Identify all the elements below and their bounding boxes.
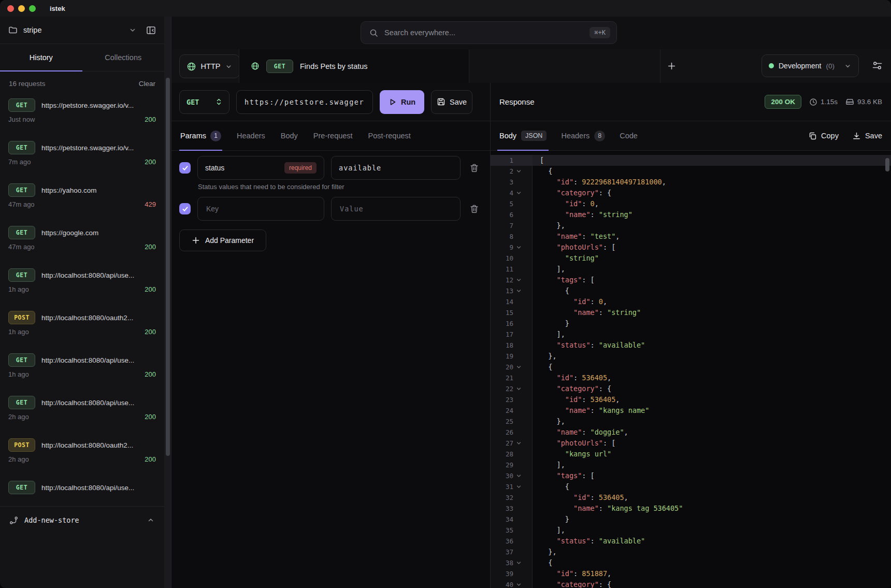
history-item[interactable]: GET https://yahoo.com 47m ago 429 — [0, 183, 164, 226]
gutter: 9 — [491, 242, 533, 253]
tab-post-request[interactable]: Post-request — [368, 121, 411, 150]
history-item[interactable]: GET https://petstore.swagger.io/v... Jus… — [0, 98, 164, 141]
fold-chevron-icon[interactable] — [513, 484, 524, 490]
code-line: 9 "photoUrls": [ — [491, 242, 891, 253]
code-text: }, — [533, 416, 565, 427]
history-item[interactable]: POST http://localhost:8080/oauth2... 1h … — [0, 311, 164, 353]
fold-chevron-icon[interactable] — [513, 245, 524, 250]
param-enabled-checkbox[interactable] — [179, 203, 191, 214]
tab-response-body[interactable]: Body JSON — [499, 121, 547, 150]
gutter: 1 — [491, 155, 533, 166]
global-search[interactable]: Search everywhere... ⌘+K — [361, 21, 617, 44]
line-number: 3 — [491, 178, 513, 186]
request-method-badge: GET — [266, 60, 293, 73]
add-parameter-button[interactable]: Add Parameter — [179, 230, 266, 251]
code-text: }, — [533, 547, 557, 557]
history-item[interactable]: GET http://localhost:8080/api/use... 1h … — [0, 353, 164, 396]
copy-response-button[interactable]: Copy — [808, 132, 839, 140]
tab-body[interactable]: Body — [281, 121, 298, 150]
tab-collections[interactable]: Collections — [82, 44, 165, 71]
params-panel: status required available Status values … — [171, 151, 490, 256]
code-text: ], — [533, 525, 565, 536]
line-number: 9 — [491, 243, 513, 251]
line-number: 23 — [491, 396, 513, 404]
history-item[interactable]: GET https://petstore.swagger.io/v... 7m … — [0, 141, 164, 183]
code-text: "name": "kangs tag 536405" — [533, 503, 683, 514]
response-scrollbar-thumb[interactable] — [885, 158, 889, 171]
param-value-field[interactable] — [331, 197, 461, 221]
store-switcher[interactable]: Add-new-store — [0, 506, 164, 534]
tab-response-headers[interactable]: Headers 8 — [561, 121, 605, 150]
fold-chevron-icon[interactable] — [513, 190, 524, 196]
fold-chevron-icon[interactable] — [513, 440, 524, 446]
fold-chevron-icon[interactable] — [513, 288, 524, 294]
history-item[interactable]: GET http://localhost:8080/api/use... 2h … — [0, 396, 164, 438]
history-url: https://petstore.swagger.io/v... — [41, 102, 134, 109]
fold-chevron-icon[interactable] — [513, 168, 524, 174]
code-text: "id": 9222968140497181000, — [533, 177, 666, 188]
save-response-button[interactable]: Save — [852, 132, 882, 140]
run-button[interactable]: Run — [380, 90, 424, 114]
param-value-input[interactable] — [339, 204, 453, 213]
maximize-window-button[interactable] — [29, 5, 36, 12]
history-item[interactable]: POST http://localhost:8080/oauth2... 2h … — [0, 438, 164, 481]
method-badge: GET — [8, 98, 35, 112]
line-number: 6 — [491, 211, 513, 219]
environment-count: (0) — [826, 62, 835, 70]
line-number: 29 — [491, 461, 513, 469]
param-key-field[interactable]: status required — [197, 156, 324, 180]
history-time: 1h ago — [8, 285, 29, 293]
code-text: "kangs url" — [533, 449, 611, 460]
fold-chevron-icon[interactable] — [513, 473, 524, 479]
tab-pre-request[interactable]: Pre-request — [313, 121, 353, 150]
environment-dropdown[interactable]: Development (0) — [761, 54, 859, 77]
code-line: 3 "id": 9222968140497181000, — [491, 177, 891, 188]
param-key-field[interactable] — [197, 197, 324, 221]
gutter: 5 — [491, 198, 533, 209]
param-enabled-checkbox[interactable] — [179, 162, 191, 174]
param-value-field[interactable]: available — [331, 156, 461, 180]
fold-chevron-icon[interactable] — [513, 277, 524, 283]
sidebar-scrollbar-thumb[interactable] — [166, 78, 170, 456]
minimize-window-button[interactable] — [18, 5, 25, 12]
close-window-button[interactable] — [7, 5, 14, 12]
line-number: 14 — [491, 298, 513, 306]
history-item[interactable]: GET https://google.com 47m ago 200 — [0, 226, 164, 268]
save-label: Save — [450, 98, 467, 106]
fold-chevron-icon[interactable] — [513, 386, 524, 392]
new-tab-button[interactable] — [663, 57, 680, 75]
url-input[interactable] — [236, 90, 373, 114]
line-number: 24 — [491, 407, 513, 414]
tab-params[interactable]: Params 1 — [180, 121, 221, 150]
code-line: 6 "name": "string" — [491, 209, 891, 220]
request-tab-active[interactable]: GET Finds Pets by status — [239, 49, 469, 83]
collapse-sidebar-icon[interactable] — [146, 25, 156, 35]
code-text: "name": "string" — [533, 209, 633, 220]
clear-history-button[interactable]: Clear — [139, 80, 155, 88]
code-text: "id": 851887, — [533, 568, 611, 579]
param-key-input[interactable] — [205, 204, 317, 213]
fold-chevron-icon[interactable] — [513, 560, 524, 566]
response-body-viewer[interactable]: 1 [ 2 { 3 "id": 9222968140497181000, 4 "… — [491, 151, 891, 588]
delete-param-icon[interactable] — [469, 163, 479, 173]
history-url: http://localhost:8080/oauth2... — [41, 441, 133, 449]
tab-headers[interactable]: Headers — [237, 121, 265, 150]
tab-history[interactable]: History — [0, 44, 82, 71]
headers-count-badge: 8 — [594, 131, 605, 141]
tab-response-code[interactable]: Code — [620, 121, 638, 150]
line-number: 36 — [491, 537, 513, 545]
history-item[interactable]: GET http://localhost:8080/api/use... 1h … — [0, 268, 164, 311]
fold-chevron-icon[interactable] — [513, 364, 524, 370]
workspace-switcher[interactable]: stripe — [0, 17, 164, 44]
save-request-button[interactable]: Save — [431, 90, 472, 114]
protocol-dropdown[interactable]: HTTP — [179, 54, 240, 78]
history-item[interactable]: GET http://localhost:8080/api/use... — [0, 481, 164, 506]
fold-chevron-icon[interactable] — [513, 582, 524, 587]
check-icon — [182, 165, 189, 171]
method-select[interactable]: GET — [179, 90, 229, 114]
delete-param-icon[interactable] — [469, 204, 479, 214]
gutter: 12 — [491, 275, 533, 285]
code-line: 24 "name": "kangs name" — [491, 405, 891, 416]
environment-settings-icon[interactable] — [872, 60, 883, 71]
sidebar-scrollbar[interactable] — [164, 17, 171, 588]
